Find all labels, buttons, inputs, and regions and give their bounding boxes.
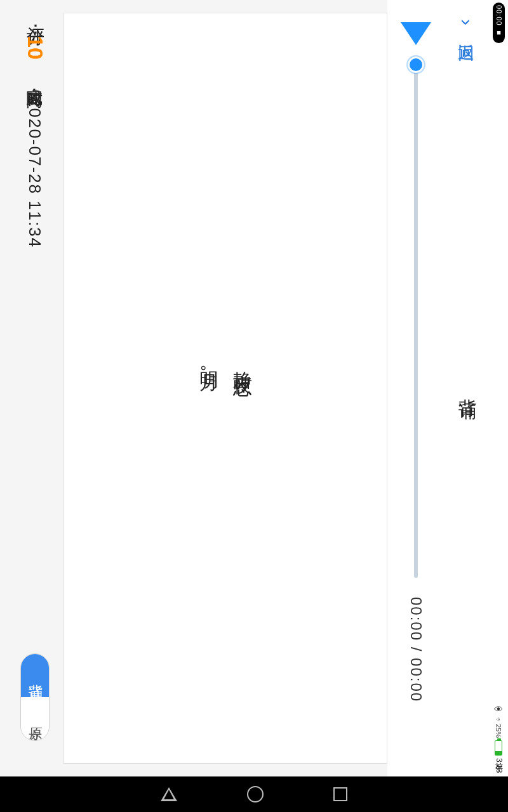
- nav-recent-icon[interactable]: [333, 787, 347, 801]
- battery-icon: [495, 740, 502, 756]
- complete-time: 完成时间：2020-07-28 11:34: [24, 75, 46, 248]
- chevron-left-icon: ›: [457, 19, 476, 25]
- audio-player: 00:00 / 00:00: [387, 0, 444, 776]
- progress-track[interactable]: [414, 58, 418, 578]
- nav-back-icon[interactable]: [161, 787, 177, 801]
- score-value: 10: [23, 36, 48, 60]
- status-clock: 下午3:13: [493, 758, 504, 773]
- poem-line: 明月。: [196, 356, 222, 386]
- play-icon: [401, 22, 431, 45]
- back-button[interactable]: › 返回: [456, 13, 478, 36]
- play-button[interactable]: [401, 22, 431, 45]
- tab-original[interactable]: 原文: [21, 697, 50, 740]
- score-label: 评分：: [23, 13, 47, 34]
- poem-title: 静夜思: [229, 356, 255, 367]
- tab-recite[interactable]: 背诵: [21, 654, 50, 697]
- screen-record-badge: 00:00 ■ 结束: [493, 3, 505, 43]
- recitation-content: 静夜思 明月。: [64, 13, 387, 764]
- page-title: 背诵: [455, 384, 479, 392]
- view-toggle: 背诵 原文: [20, 653, 50, 741]
- time-display: 00:00 / 00:00: [407, 597, 425, 702]
- android-nav-bar: [0, 776, 508, 812]
- app-header: › 返回 背诵: [444, 0, 489, 776]
- progress-thumb[interactable]: [408, 56, 424, 73]
- meta-column: 评分： 10 完成时间：2020-07-28 11:34 背诵 原文: [16, 0, 54, 776]
- back-label: 返回: [456, 30, 478, 36]
- eye-care-icon: 👁: [494, 704, 503, 714]
- status-bar: 00:00 ■ 结束 👁 ᯤ25% 下午3:13: [489, 0, 508, 776]
- nav-home-icon[interactable]: [247, 786, 264, 802]
- wifi-label: ᯤ25%: [495, 717, 502, 738]
